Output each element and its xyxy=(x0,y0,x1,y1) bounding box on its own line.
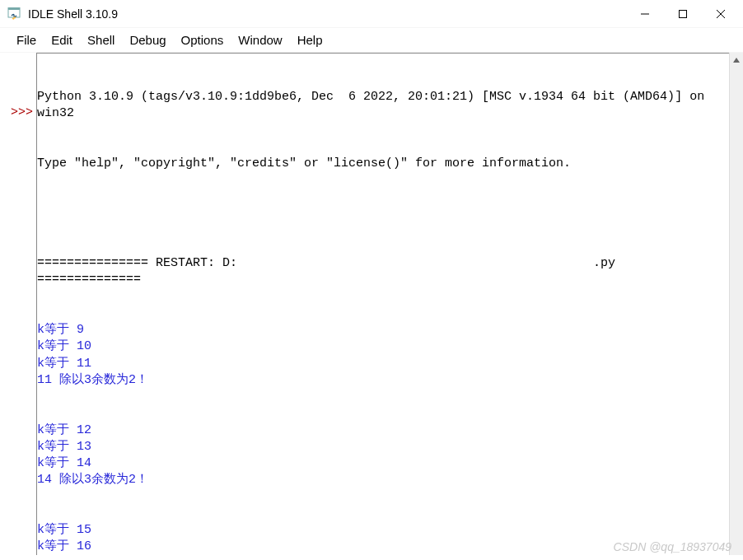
gutter: >>> xyxy=(0,53,36,555)
vertical-scrollbar[interactable] xyxy=(729,53,743,555)
output-line: k等于 10 xyxy=(37,338,726,355)
menu-window[interactable]: Window xyxy=(231,31,288,49)
window-controls xyxy=(626,1,740,27)
minimize-button[interactable] xyxy=(626,1,664,27)
output-line: k等于 13 xyxy=(37,439,726,455)
menu-shell[interactable]: Shell xyxy=(81,31,121,49)
output-line: k等于 15 xyxy=(37,522,726,539)
window-title: IDLE Shell 3.10.9 xyxy=(28,7,626,21)
output-line xyxy=(37,389,726,405)
python-version-line: Python 3.10.9 (tags/v3.10.9:1dd9be6, Dec… xyxy=(37,89,726,123)
menu-help[interactable]: Help xyxy=(291,31,329,49)
close-button[interactable] xyxy=(702,1,740,27)
help-hint-line: Type "help", "copyright", "credits" or "… xyxy=(37,156,726,172)
menubar: File Edit Shell Debug Options Window Hel… xyxy=(0,28,743,53)
output-line: 14 除以3余数为2！ xyxy=(37,472,726,488)
menu-file[interactable]: File xyxy=(10,31,43,49)
menu-edit[interactable]: Edit xyxy=(44,31,79,49)
titlebar: IDLE Shell 3.10.9 xyxy=(0,0,743,28)
shell-area: >>> Python 3.10.9 (tags/v3.10.9:1dd9be6,… xyxy=(0,53,743,555)
maximize-button[interactable] xyxy=(664,1,702,27)
output-line xyxy=(37,489,726,506)
scroll-up-arrow-icon[interactable] xyxy=(730,53,743,67)
restart-line: =============== RESTART: D: .py ========… xyxy=(37,255,726,289)
app-icon xyxy=(7,7,21,21)
output-line: k等于 9 xyxy=(37,322,726,338)
output-line: k等于 14 xyxy=(37,455,726,472)
shell-content[interactable]: Python 3.10.9 (tags/v3.10.9:1dd9be6, Dec… xyxy=(36,53,729,555)
svg-rect-1 xyxy=(8,7,20,10)
menu-debug[interactable]: Debug xyxy=(123,31,172,49)
output-line: 11 除以3余数为2！ xyxy=(37,372,726,389)
output-line: k等于 16 xyxy=(37,539,726,555)
output-line: k等于 11 xyxy=(37,356,726,372)
output-line xyxy=(37,506,726,522)
output-line xyxy=(37,405,726,422)
prompt-indicator: >>> xyxy=(0,105,33,121)
menu-options[interactable]: Options xyxy=(175,31,231,49)
svg-rect-3 xyxy=(680,10,687,17)
output-line: k等于 12 xyxy=(37,422,726,439)
